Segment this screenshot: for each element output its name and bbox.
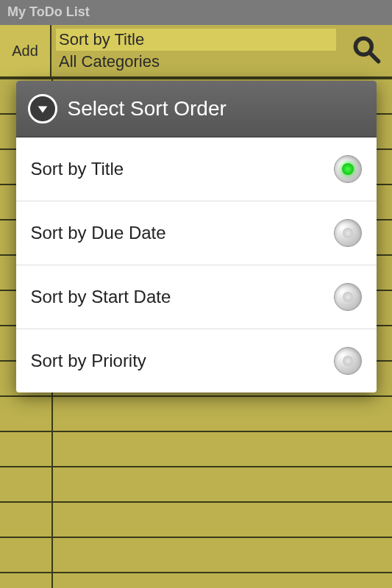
option-label: Sort by Start Date xyxy=(31,287,171,307)
svg-marker-2 xyxy=(38,106,47,112)
dropdown-icon xyxy=(28,94,57,123)
dialog-title: Select Sort Order xyxy=(68,97,227,121)
sort-dialog: Select Sort Order Sort by Title Sort by … xyxy=(16,81,377,392)
sort-option-title[interactable]: Sort by Title xyxy=(16,137,377,201)
dialog-header: Select Sort Order xyxy=(16,81,377,137)
radio-button[interactable] xyxy=(334,347,362,375)
sort-option-due-date[interactable]: Sort by Due Date xyxy=(16,201,377,265)
radio-button[interactable] xyxy=(334,155,362,183)
option-label: Sort by Title xyxy=(31,159,124,179)
option-label: Sort by Due Date xyxy=(31,223,166,243)
dialog-overlay[interactable]: Select Sort Order Sort by Title Sort by … xyxy=(0,0,392,588)
radio-button[interactable] xyxy=(334,283,362,311)
sort-option-start-date[interactable]: Sort by Start Date xyxy=(16,265,377,329)
option-label: Sort by Priority xyxy=(31,351,146,371)
sort-option-priority[interactable]: Sort by Priority xyxy=(16,329,377,392)
radio-button[interactable] xyxy=(334,219,362,247)
